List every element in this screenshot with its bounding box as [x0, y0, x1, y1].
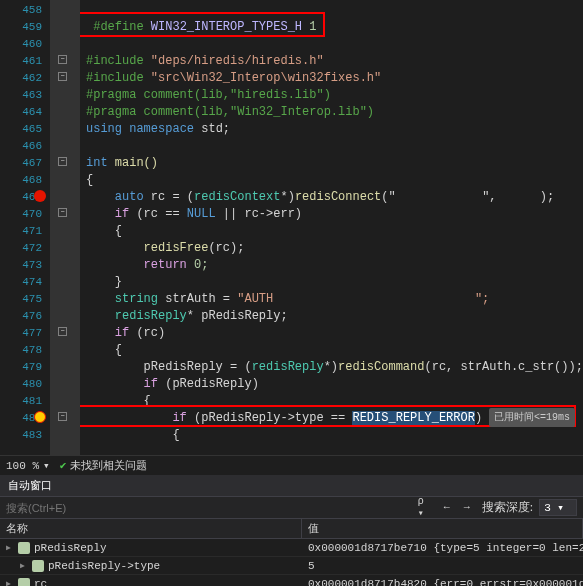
watch-table-header: 名称 值 — [0, 519, 583, 539]
search-row: ρ ▾ ← → 搜索深度: 3 ▾ — [0, 497, 583, 519]
expand-icon[interactable]: ▶ — [20, 561, 28, 570]
table-row[interactable]: ▶pRedisReply 0x000001d8717be710 {type=5 … — [0, 539, 583, 557]
nav-next-icon[interactable]: → — [458, 499, 476, 517]
expand-icon[interactable]: ▶ — [6, 579, 14, 586]
fold-toggle[interactable]: − — [58, 55, 67, 64]
variable-icon — [18, 542, 30, 554]
check-icon: ✔ — [60, 459, 67, 472]
chevron-down-icon[interactable]: ▾ — [43, 459, 50, 472]
fold-toggle[interactable]: − — [58, 327, 67, 336]
line-number-gutter: 458 459 460 461 462 463 464 465 466 467 … — [0, 0, 50, 455]
search-clear-icon[interactable]: ρ ▾ — [418, 499, 436, 517]
code-editor[interactable]: 458 459 460 461 462 463 464 465 466 467 … — [0, 0, 583, 455]
watch-table-body: ▶pRedisReply 0x000001d8717be710 {type=5 … — [0, 539, 583, 586]
execution-pointer-icon[interactable] — [34, 411, 46, 423]
timing-badge: 已用时间<=19ms — [489, 408, 575, 427]
code-area[interactable]: #define WIN32_INTEROP_TYPES_H 1 #include… — [80, 0, 583, 455]
breakpoint-icon[interactable] — [34, 190, 46, 202]
expand-icon[interactable]: ▶ — [6, 543, 14, 552]
table-row[interactable]: ▶pRedisReply->type 5 — [0, 557, 583, 575]
variable-icon — [32, 560, 44, 572]
zoom-control[interactable]: 100 % ▾ — [6, 459, 50, 472]
fold-toggle[interactable]: − — [58, 72, 67, 81]
status-bar: 100 % ▾ ✔ 未找到相关问题 — [0, 455, 583, 475]
table-row[interactable]: ▶rc 0x000001d8717b4820 {err=0 errstr=0x0… — [0, 575, 583, 586]
search-input[interactable] — [0, 500, 418, 516]
fold-margin[interactable]: − − − − − − — [50, 0, 80, 455]
depth-label: 搜索深度: — [482, 499, 533, 516]
depth-dropdown[interactable]: 3 ▾ — [539, 499, 577, 516]
fold-toggle[interactable]: − — [58, 412, 67, 421]
column-value[interactable]: 值 — [302, 519, 583, 538]
autos-panel-header[interactable]: 自动窗口 — [0, 475, 583, 497]
fold-toggle[interactable]: − — [58, 157, 67, 166]
column-name[interactable]: 名称 — [0, 519, 302, 538]
issues-text: 未找到相关问题 — [70, 458, 147, 473]
fold-toggle[interactable]: − — [58, 208, 67, 217]
nav-prev-icon[interactable]: ← — [438, 499, 456, 517]
variable-icon — [18, 578, 30, 587]
